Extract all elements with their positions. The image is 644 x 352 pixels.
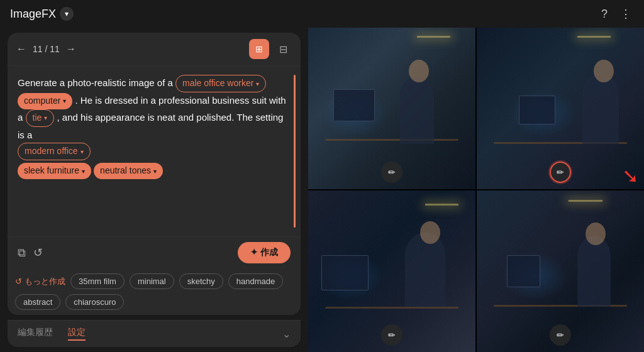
tab-items: 編集履歴 設定 [18, 327, 86, 341]
refresh-small-icon: ↺ [15, 277, 22, 286]
chip-abstract[interactable]: abstract [15, 294, 60, 310]
tab-edit-history[interactable]: 編集履歴 [18, 327, 53, 341]
app-title: ImageFX [10, 8, 56, 21]
prev-button[interactable]: ← [16, 43, 26, 55]
copy-button[interactable]: ⧉ [18, 246, 26, 260]
image-cell-4: ✏ [477, 190, 644, 352]
app-logo-area: ImageFX ▾ [10, 7, 74, 21]
bottom-tabs: 編集履歴 設定 ⌄ [8, 320, 301, 347]
head-shape-1 [409, 60, 429, 82]
suggestions-area: ↺ もっと作成 35mm film minimal sketchy handma… [8, 268, 301, 315]
generate-label: ✦ 作成 [250, 247, 278, 258]
ceiling-light-2 [577, 36, 611, 38]
chip-handmade[interactable]: handmade [228, 273, 283, 289]
chevron-down-icon: ▾ [65, 9, 69, 18]
page-indicator: 11 / 11 [33, 44, 60, 54]
image-cell-2: ✏ [477, 28, 644, 189]
prompt-container: ← 11 / 11 → ⊞ ⊟ [8, 33, 301, 315]
tag-computer[interactable]: computer ▾ [18, 93, 72, 109]
prompt-text-before: Generate a photo-realistic image of a [18, 77, 173, 88]
refresh-icon: ↺ [33, 246, 43, 259]
chip-35mm[interactable]: 35mm film [70, 273, 125, 289]
monitor-shape-3 [321, 255, 368, 291]
app-header: ImageFX ▾ ? ⋮ [0, 0, 644, 28]
edit-button-4[interactable]: ✏ [550, 324, 571, 346]
tag-sleek-furniture[interactable]: sleek furniture ▾ [18, 163, 91, 179]
view-toggle: ⊞ ⊟ [249, 39, 292, 59]
copy-icon: ⧉ [18, 246, 26, 259]
tab-settings[interactable]: 設定 [68, 327, 86, 341]
edit-button-3[interactable]: ✏ [381, 324, 402, 346]
tag-tie[interactable]: tie ▾ [26, 109, 55, 127]
generate-button[interactable]: ✦ 作成 [238, 242, 291, 263]
refresh-prompt-button[interactable]: ↺ [33, 246, 43, 260]
prompt-actions: ⧉ ↺ ✦ 作成 [8, 236, 301, 268]
prompt-nav: ← 11 / 11 → ⊞ ⊟ [8, 33, 301, 66]
nav-arrows: ← 11 / 11 → [16, 43, 76, 55]
pencil-icon-3: ✏ [388, 330, 396, 340]
list-icon: ⊟ [279, 43, 287, 55]
action-icons: ⧉ ↺ [18, 246, 43, 260]
tab-chevron-icon[interactable]: ⌄ [282, 328, 291, 340]
person-shape-4 [577, 236, 611, 307]
pencil-icon-4: ✏ [557, 330, 564, 340]
ceiling-light-1 [417, 36, 450, 38]
chip-chiaroscuro[interactable]: chiaroscuro [65, 294, 124, 310]
ceiling-light-3 [425, 204, 458, 206]
prompt-text: Generate a photo-realistic image of a ma… [18, 75, 291, 179]
image-cell-3: ✏ [308, 190, 475, 352]
help-button[interactable]: ? [599, 5, 610, 23]
more-icon: ⋮ [620, 7, 631, 21]
image-cell-1: ✏ [308, 28, 475, 189]
grid-icon: ⊞ [255, 44, 263, 54]
header-actions: ? ⋮ [599, 4, 634, 23]
tag-male-office-worker[interactable]: male office worker ▾ [175, 75, 266, 92]
help-icon: ? [601, 8, 608, 21]
next-button[interactable]: → [66, 43, 76, 55]
chip-sketchy[interactable]: sketchy [179, 273, 223, 289]
prompt-text-area[interactable]: Generate a photo-realistic image of a ma… [8, 66, 301, 236]
person-shape-1 [400, 76, 433, 144]
chip-minimal[interactable]: minimal [130, 273, 174, 289]
person-shape-2 [582, 73, 619, 144]
app-dropdown-button[interactable]: ▾ [60, 7, 74, 21]
grid-view-button[interactable]: ⊞ [249, 39, 269, 59]
left-arrow-icon: ← [16, 43, 26, 54]
image-grid: ✏ ✏ ✏ [308, 28, 644, 352]
pencil-icon-1: ✏ [388, 167, 396, 177]
left-panel: ← 11 / 11 → ⊞ ⊟ [0, 28, 308, 352]
tag-neutral-tones[interactable]: neutral tones ▾ [94, 163, 163, 179]
more-options-button[interactable]: ⋮ [618, 4, 634, 23]
more-create-button[interactable]: ↺ もっと作成 [15, 276, 65, 287]
edit-button-2[interactable]: ✏ [550, 162, 571, 183]
desk-line-1 [325, 139, 459, 141]
pencil-icon-2: ✏ [557, 167, 564, 177]
head-shape-4 [586, 223, 606, 245]
prompt-text-middle3: , and his appearance is neat and polishe… [18, 112, 283, 140]
person-shape-3 [405, 233, 445, 307]
desk-line-3 [325, 307, 459, 309]
tag-modern-office[interactable]: modern office ▾ [18, 143, 91, 160]
monitor-shape-4 [507, 255, 540, 287]
edit-button-1[interactable]: ✏ [381, 162, 402, 183]
ceiling-light-4 [569, 200, 602, 202]
monitor-shape-2 [519, 96, 556, 124]
main-content: ← 11 / 11 → ⊞ ⊟ [0, 28, 644, 352]
list-view-button[interactable]: ⊟ [274, 40, 292, 58]
right-arrow-icon: → [66, 43, 76, 54]
head-shape-3 [420, 221, 440, 244]
monitor-shape-1 [333, 89, 375, 121]
